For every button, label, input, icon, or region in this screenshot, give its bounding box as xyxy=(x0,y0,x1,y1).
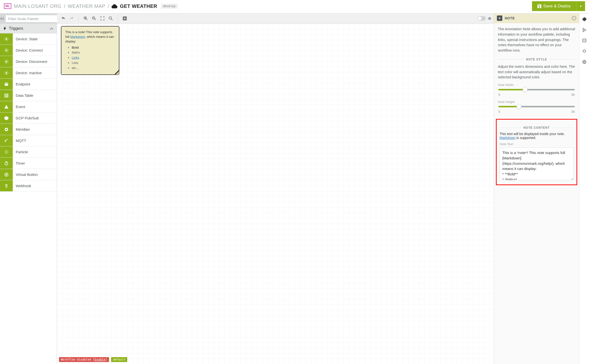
svg-point-24 xyxy=(583,39,586,40)
slider-min: 5 xyxy=(498,109,500,114)
enable-link[interactable]: Enable xyxy=(95,358,105,361)
note-bullet-etc: etc... xyxy=(72,66,115,70)
gear-icon[interactable] xyxy=(488,17,491,20)
note-text-emph: note xyxy=(78,30,84,34)
palette-item[interactable]: MQTT xyxy=(0,135,57,146)
note-style-heading: NOTE STYLE xyxy=(498,57,575,62)
palette-item[interactable]: Timer xyxy=(0,158,57,169)
search-canvas-button[interactable] xyxy=(107,15,115,22)
storage-icon[interactable] xyxy=(582,39,587,42)
note-markdown-link[interactable]: Markdown xyxy=(70,35,85,39)
palette-item[interactable]: Particle xyxy=(0,146,57,158)
note-width-label: Note Width xyxy=(498,83,575,87)
note-description: The Annotation Note allows you to add ad… xyxy=(498,27,575,53)
palette-item[interactable]: Endpoint xyxy=(0,79,57,90)
palette-item[interactable]: GCP Pub/Sub xyxy=(0,112,57,124)
properties-title: NOTE xyxy=(505,16,515,20)
add-node-button[interactable] xyxy=(121,15,129,22)
palette-item[interactable]: Data Table xyxy=(0,90,57,101)
annotation-note[interactable]: This is a note! This note supports full … xyxy=(61,26,119,75)
palette-item-icon xyxy=(0,33,13,44)
redo-button[interactable] xyxy=(68,15,76,22)
svg-point-22 xyxy=(583,31,584,32)
globe-icon[interactable] xyxy=(582,60,587,64)
palette-item[interactable]: Device: Inactive xyxy=(0,67,57,79)
note-style-description: Adjust the note's dimensions and color h… xyxy=(498,64,575,80)
palette-item-label: Event xyxy=(13,101,57,112)
palette-item-label: Virtual Button xyxy=(13,169,57,180)
search-icon xyxy=(109,16,113,20)
svg-point-5 xyxy=(6,61,7,62)
palette-item[interactable]: Device: Connect xyxy=(0,45,57,56)
note-bullet-links[interactable]: Links xyxy=(72,56,79,59)
note-content-heading: NOTE CONTENT xyxy=(500,126,574,129)
palette-item-icon xyxy=(0,79,13,90)
palette-group-label: Triggers xyxy=(9,26,23,31)
note-height-slider[interactable]: 530 xyxy=(498,106,575,114)
note-bullet-list: Bold Italics Links Lists etc... xyxy=(72,45,115,70)
deploy-group: Save & Deploy ▾ xyxy=(532,1,585,11)
cloud-icon xyxy=(112,4,117,8)
deploy-caret-button[interactable]: ▾ xyxy=(576,1,585,11)
settings-icon[interactable] xyxy=(582,17,587,21)
note-bullet-lists: Lists xyxy=(72,61,115,65)
slider-max: 30 xyxy=(571,109,575,114)
note-node-icon xyxy=(497,15,502,21)
debug-toggle[interactable] xyxy=(477,16,486,21)
properties-body: The Annotation Note allows you to add ad… xyxy=(494,23,579,117)
svg-point-21 xyxy=(583,28,584,29)
undo-button[interactable] xyxy=(59,15,67,22)
palette-item-label: GCP Pub/Sub xyxy=(13,112,57,124)
palette-item-label: MQTT xyxy=(13,135,57,146)
workflow-canvas[interactable]: This is a note! This note supports full … xyxy=(57,24,494,364)
node-palette: Triggers Device: StateDevice: ConnectDev… xyxy=(0,14,57,364)
palette-item[interactable]: Device: State xyxy=(0,33,57,45)
svg-point-13 xyxy=(6,174,7,175)
palette-item[interactable]: Event xyxy=(0,101,57,112)
caret-down-icon: ▾ xyxy=(580,4,582,8)
note-width-slider[interactable]: 530 xyxy=(498,89,575,97)
versions-icon[interactable] xyxy=(582,28,586,32)
help-icon[interactable]: ? xyxy=(572,16,576,20)
save-deploy-button[interactable]: Save & Deploy xyxy=(532,1,576,11)
palette-item[interactable]: Virtual Button xyxy=(0,169,57,180)
palette-item-icon xyxy=(0,124,13,135)
palette-item-icon xyxy=(0,180,13,191)
zoom-in-button[interactable] xyxy=(82,15,90,22)
toolbar-divider xyxy=(118,15,118,22)
palette-filter-input[interactable] xyxy=(5,15,57,22)
undo-icon xyxy=(61,17,66,20)
note-text-label: Note Text xyxy=(500,142,574,146)
plus-box-icon xyxy=(123,16,127,20)
palette-group-triggers[interactable]: Triggers xyxy=(0,24,57,33)
breadcrumb-app[interactable]: WEATHER MAP xyxy=(68,3,105,9)
expand-icon xyxy=(100,16,104,20)
markdown-help-link[interactable]: Markdown xyxy=(500,136,516,140)
note-text-input[interactable] xyxy=(500,147,574,180)
workflow-disabled-chip: Workflow disabled [Enable] xyxy=(59,357,109,362)
redo-icon xyxy=(70,17,74,20)
slider-max: 30 xyxy=(571,92,575,97)
properties-panel: NOTE ? The Annotation Note allows you to… xyxy=(494,14,579,364)
palette-item[interactable]: Meridian xyxy=(0,124,57,135)
svg-point-7 xyxy=(6,72,7,74)
palette-item[interactable]: Webhook xyxy=(0,180,57,192)
palette-item-icon xyxy=(0,112,13,124)
palette-item-icon xyxy=(0,135,13,146)
palette-item-label: Device: Inactive xyxy=(13,67,57,78)
palette-item-label: Particle xyxy=(13,146,57,157)
default-chip: default xyxy=(111,357,127,362)
save-deploy-label: Save & Deploy xyxy=(543,4,571,9)
palette-item-label: Data Table xyxy=(13,90,57,101)
save-icon xyxy=(537,4,541,8)
palette-item-icon xyxy=(0,67,13,78)
zoom-out-button[interactable] xyxy=(90,15,98,22)
breadcrumb-workflow[interactable]: GET WEATHER xyxy=(120,3,157,9)
fit-button[interactable] xyxy=(98,15,106,22)
palette-item[interactable]: Device: Disconnect xyxy=(0,56,57,67)
palette-collapse-button[interactable] xyxy=(0,15,4,22)
palette-item-label: Endpoint xyxy=(13,79,57,90)
palette-item-label: Device: Disconnect xyxy=(13,56,57,67)
debug-icon[interactable] xyxy=(582,49,587,53)
breadcrumb-org[interactable]: MAIN LOSANT ORG xyxy=(14,3,61,9)
